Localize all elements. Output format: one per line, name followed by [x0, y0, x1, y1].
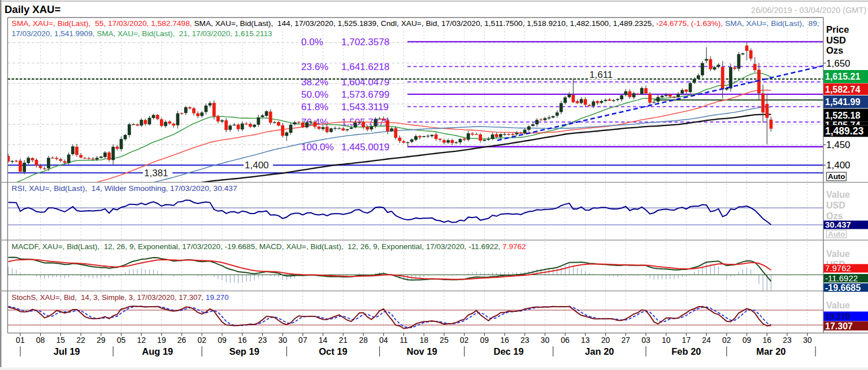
svg-text:10: 10: [662, 336, 671, 345]
svg-text:61.8%: 61.8%: [301, 102, 328, 112]
svg-text:Mar 20: Mar 20: [756, 346, 785, 356]
svg-text:SMA, XAU=, Bid(Last), 144, 17: SMA, XAU=, Bid(Last), 144, 17/03/2020, 1…: [194, 19, 656, 28]
svg-text:1,641.6218: 1,641.6218: [341, 62, 389, 72]
svg-text:03: 03: [641, 336, 650, 345]
svg-text:1,400: 1,400: [826, 160, 850, 171]
svg-text:Auto: Auto: [828, 172, 845, 181]
svg-text:1,450: 1,450: [826, 140, 850, 150]
svg-text:Price: Price: [826, 24, 849, 34]
svg-text:Ozs: Ozs: [826, 211, 843, 221]
svg-text:22: 22: [76, 336, 85, 345]
svg-text:08: 08: [36, 336, 45, 345]
svg-text:23: 23: [258, 336, 267, 345]
svg-text:01: 01: [16, 336, 25, 345]
svg-text:30.437: 30.437: [825, 220, 851, 229]
svg-text:09: 09: [743, 336, 752, 345]
svg-text:Nov 19: Nov 19: [407, 346, 437, 356]
svg-text:25: 25: [440, 336, 449, 345]
svg-text:09: 09: [218, 336, 227, 345]
svg-text:16: 16: [763, 336, 772, 345]
svg-text:Jul 19: Jul 19: [54, 346, 80, 356]
svg-text:17: 17: [682, 336, 691, 345]
svg-text:11: 11: [400, 336, 408, 345]
svg-text:26/06/2019 - 03/04/2020 (GMT): 26/06/2019 - 03/04/2020 (GMT): [751, 6, 866, 15]
svg-text:50.0%: 50.0%: [301, 89, 328, 100]
svg-text:SMA, XAU=, Bid(Last), 55, 17/: SMA, XAU=, Bid(Last), 55, 17/03/2020, 1,…: [12, 19, 194, 28]
svg-text:23.6%: 23.6%: [301, 62, 328, 72]
svg-text:1,543.3119: 1,543.3119: [341, 102, 389, 112]
svg-text:16: 16: [500, 336, 509, 345]
svg-text:-19.6685: -19.6685: [825, 283, 861, 293]
svg-text:USD: USD: [826, 201, 845, 210]
svg-text:24: 24: [702, 336, 711, 345]
svg-text:05: 05: [117, 336, 126, 345]
svg-text:1,650: 1,650: [826, 58, 850, 69]
svg-text:Feb 20: Feb 20: [671, 346, 701, 356]
svg-text:30: 30: [803, 336, 812, 345]
svg-text:18: 18: [419, 336, 428, 345]
svg-text:RSI, XAU=, Bid(Last), 14, Wil: RSI, XAU=, Bid(Last), 14, Wilder Smoothi…: [12, 184, 237, 193]
svg-text:12: 12: [137, 336, 146, 345]
svg-text:1,381: 1,381: [144, 168, 168, 179]
svg-text:14: 14: [319, 336, 328, 345]
svg-text:29: 29: [97, 336, 106, 345]
svg-text:1,489.23: 1,489.23: [825, 125, 863, 137]
svg-text:1,611: 1,611: [589, 69, 613, 80]
svg-text:04: 04: [379, 336, 388, 345]
svg-text:1,400: 1,400: [245, 160, 269, 171]
svg-text:StochS, XAU=, Bid, 14, 3, Sim: StochS, XAU=, Bid, 14, 3, Simple, 3, 17/…: [12, 293, 206, 302]
svg-text:19.270: 19.270: [825, 312, 850, 321]
svg-text:Value: Value: [826, 190, 850, 199]
svg-text:1,525.18: 1,525.18: [825, 111, 860, 120]
svg-text:13: 13: [581, 336, 590, 345]
svg-text:02: 02: [722, 336, 731, 345]
svg-text:21: 21: [339, 336, 348, 345]
svg-text:0.0%: 0.0%: [301, 37, 323, 47]
svg-text:SMA, XAU=, Bid(Last), 89,: SMA, XAU=, Bid(Last), 89,: [725, 19, 819, 28]
svg-text:MACDF, XAU=, Bid(Last), 12, 2: MACDF, XAU=, Bid(Last), 12, 26, 9, Expon…: [12, 242, 503, 251]
svg-text:Sep 19: Sep 19: [229, 346, 259, 356]
svg-text:Oct 19: Oct 19: [319, 346, 347, 356]
svg-text:15: 15: [57, 336, 66, 345]
svg-text:38.2%: 38.2%: [301, 77, 328, 88]
svg-text:Dec 19: Dec 19: [493, 346, 523, 356]
svg-text:02: 02: [198, 336, 207, 345]
svg-text:Aug 19: Aug 19: [142, 346, 173, 356]
svg-text:30: 30: [541, 336, 550, 345]
svg-text:07: 07: [298, 336, 307, 345]
svg-text:23: 23: [520, 336, 530, 345]
svg-text:27: 27: [622, 336, 631, 345]
svg-text:02: 02: [460, 336, 469, 345]
svg-text:23: 23: [783, 336, 792, 345]
svg-text:1,615.21: 1,615.21: [825, 72, 860, 81]
svg-text:26: 26: [177, 336, 186, 345]
svg-text:17.307: 17.307: [825, 321, 853, 331]
svg-text:1,582.74: 1,582.74: [825, 85, 860, 94]
svg-text:19.270: 19.270: [206, 293, 229, 302]
svg-text:19: 19: [157, 336, 166, 345]
svg-text:20: 20: [601, 336, 610, 345]
svg-text:Jan 20: Jan 20: [585, 346, 614, 356]
svg-text:06: 06: [561, 336, 570, 345]
svg-text:17/03/2020, 1,541.9909,: 17/03/2020, 1,541.9909,: [12, 29, 97, 38]
svg-text:1,445.0019: 1,445.0019: [341, 142, 389, 153]
svg-text:30: 30: [278, 336, 287, 345]
svg-text:1,573.6799: 1,573.6799: [341, 89, 389, 100]
svg-text:Ozs: Ozs: [826, 45, 843, 55]
svg-text:09: 09: [480, 336, 489, 345]
svg-text:Value: Value: [826, 249, 850, 259]
svg-text:-11.6922: -11.6922: [825, 273, 858, 283]
svg-text:16: 16: [238, 336, 247, 345]
svg-text:Auto: Auto: [828, 230, 845, 238]
svg-text:7.9762: 7.9762: [825, 263, 851, 273]
svg-text:7.9762: 7.9762: [502, 242, 526, 251]
svg-text:28: 28: [359, 336, 368, 345]
svg-text:-24.6775, (-1.63%),: -24.6775, (-1.63%),: [656, 19, 725, 28]
svg-text:1,541.99: 1,541.99: [825, 97, 860, 107]
svg-text:SMA, XAU=, Bid(Last), 21, 17/: SMA, XAU=, Bid(Last), 21, 17/03/2020, 1,…: [97, 29, 272, 38]
svg-text:1,702.3578: 1,702.3578: [341, 37, 389, 47]
svg-text:Value: Value: [826, 301, 850, 310]
svg-text:1,604.0479: 1,604.0479: [341, 77, 389, 88]
svg-text:Daily XAU=: Daily XAU=: [5, 3, 60, 15]
svg-text:USD: USD: [826, 35, 846, 45]
